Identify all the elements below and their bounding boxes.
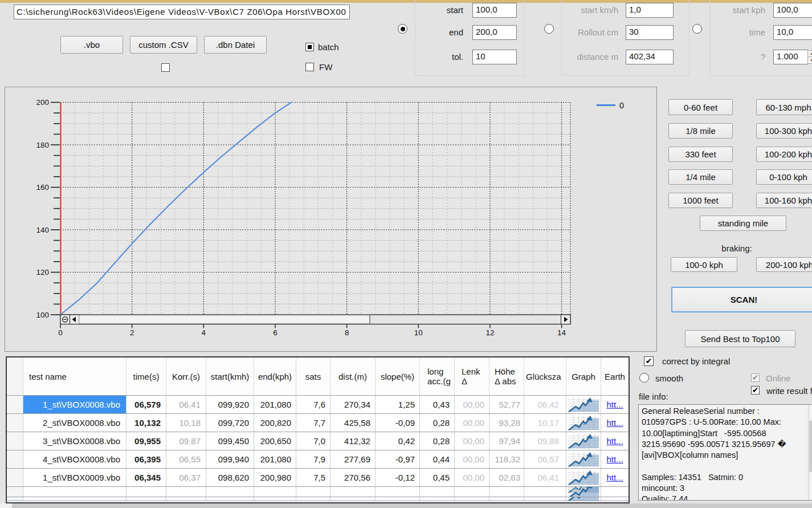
csv-option-checkbox[interactable] xyxy=(161,63,170,72)
cell-sats[interactable]: 7,5 xyxy=(296,469,330,486)
spinner-down-icon[interactable]: ▼ xyxy=(808,57,812,63)
cell-dist[interactable]: 277,69 xyxy=(330,450,376,468)
cell-gluecksza[interactable]: 10,17 xyxy=(524,414,566,432)
correct-by-integral-checkbox[interactable]: ✔ xyxy=(644,356,654,366)
scan-100-160-kph-button[interactable]: 100-160 kph xyxy=(756,193,812,208)
table-row[interactable]: 4_st\VBOX0008.vbo06,39506,55099,940201,0… xyxy=(7,450,629,469)
cell-graph[interactable] xyxy=(566,450,601,468)
table-empty-row[interactable] xyxy=(7,487,629,497)
cell-end[interactable]: 200,980 xyxy=(254,469,296,486)
cell-sats[interactable]: 7,6 xyxy=(296,396,330,413)
earth-link[interactable]: htt... xyxy=(601,414,629,432)
cell-slope[interactable]: -0,09 xyxy=(376,414,420,432)
header-test-name[interactable]: test name xyxy=(23,357,127,395)
earth-link[interactable]: htt... xyxy=(601,432,629,450)
scan-button[interactable]: SCAN! xyxy=(671,287,812,312)
cell-test-name[interactable]: 1_st\VBOX0008.vbo xyxy=(23,396,127,413)
header-korr[interactable]: Korr.(s) xyxy=(166,357,206,395)
range-speed-radio[interactable] xyxy=(398,24,407,34)
start-kmh-field[interactable]: 1,0 xyxy=(626,3,674,18)
rollout-cm-field[interactable]: 30 xyxy=(626,25,674,40)
cell-test-name[interactable]: 1_st\VBOX0009.vbo xyxy=(23,469,127,486)
speed-time-chart[interactable]: 100120140160180200002468101214 xyxy=(5,87,656,351)
factor-spinner[interactable]: ▲ ▼ xyxy=(807,50,812,64)
table-empty-row[interactable] xyxy=(7,497,629,501)
header-long-acc[interactable]: long acc.(g xyxy=(420,357,455,395)
header-start[interactable]: start(kmh) xyxy=(206,357,254,395)
smooth-radio[interactable] xyxy=(639,373,649,383)
scan-100-300-kph-button[interactable]: 100-300 kph xyxy=(756,123,812,139)
cell-slope[interactable]: 0,42 xyxy=(376,432,420,450)
cell-sats[interactable]: 7,0 xyxy=(296,432,330,450)
graph-thumbnail-icon[interactable] xyxy=(568,415,599,431)
cell-gluecksza[interactable]: 09,88 xyxy=(524,432,566,450)
graph-thumbnail-icon[interactable] xyxy=(568,497,599,501)
cell-long-acc[interactable]: 0,44 xyxy=(420,450,455,468)
cell-rowhdr[interactable] xyxy=(7,396,23,413)
cell-rowhdr[interactable] xyxy=(7,469,23,486)
cell-korr[interactable]: 09,87 xyxy=(166,432,206,450)
earth-link[interactable]: htt... xyxy=(601,469,629,486)
scan-0-100-kph-button[interactable]: 0-100 kph xyxy=(756,169,812,185)
cell-end[interactable]: 201,080 xyxy=(254,450,296,468)
file-path-input[interactable]: C:\sicherung\Rock63\Videos\Eigene Videos… xyxy=(14,5,350,19)
table-row[interactable]: 2_st\VBOX0008.vbo10,13210,18099,720200,8… xyxy=(7,414,629,432)
cell-long-acc[interactable]: 0,45 xyxy=(420,469,455,486)
start-field[interactable]: 100,0 xyxy=(472,3,517,18)
cell-lenk[interactable]: 00,00 xyxy=(455,469,489,486)
cell-rowhdr[interactable] xyxy=(7,414,23,432)
cell-slope[interactable]: -0,97 xyxy=(376,450,420,468)
graph-thumbnail-icon[interactable] xyxy=(568,433,599,449)
cell-slope[interactable]: 1,25 xyxy=(376,396,420,413)
cell-hoehe[interactable]: 52,77 xyxy=(489,396,524,413)
cell-lenk[interactable]: 00,00 xyxy=(455,432,489,450)
header-slope[interactable]: slope(%) xyxy=(376,357,420,395)
scan-0-60-feet-button[interactable]: 0-60 feet xyxy=(668,99,733,115)
header-end[interactable]: end(kph) xyxy=(254,357,296,395)
cell-lenk[interactable]: 00,00 xyxy=(455,396,489,413)
cell-sats[interactable]: 7,7 xyxy=(296,414,330,432)
cell-graph[interactable] xyxy=(566,414,601,432)
header-sats[interactable]: sats xyxy=(296,357,330,395)
distance-m-field[interactable]: 402,34 xyxy=(626,50,674,64)
file-info-scrollbar[interactable] xyxy=(808,405,812,500)
table-row[interactable]: 1_st\VBOX0009.vbo06,34506,37098,620200,9… xyxy=(7,469,629,487)
graph-thumbnail-icon[interactable] xyxy=(568,452,599,468)
cell-korr[interactable]: 06,41 xyxy=(166,396,206,413)
header-hoehe[interactable]: Höhe Δ abs xyxy=(489,357,524,395)
cell-start[interactable]: 099,720 xyxy=(206,414,254,432)
cell-time[interactable]: 09,955 xyxy=(127,432,166,450)
cell-lenk[interactable]: 00,00 xyxy=(455,414,489,432)
cell-gluecksza[interactable]: 06,57 xyxy=(524,450,566,468)
earth-link[interactable]: htt... xyxy=(601,396,629,413)
cell-start[interactable]: 099,920 xyxy=(206,396,254,413)
bottom-horizontal-scrollbar[interactable] xyxy=(0,503,812,508)
cell-start[interactable]: 099,450 xyxy=(206,432,254,450)
cell-start[interactable]: 099,940 xyxy=(206,450,254,468)
cell-test-name[interactable]: 2_st\VBOX0008.vbo xyxy=(23,414,127,432)
cell-rowhdr[interactable] xyxy=(7,432,23,450)
scrollbar-left-button[interactable] xyxy=(0,503,12,508)
cell-long-acc[interactable]: 0,28 xyxy=(420,432,455,450)
scan-100-0-kph-button[interactable]: 100-0 kph xyxy=(671,257,737,272)
custom-csv-button[interactable]: custom .CSV xyxy=(130,36,197,54)
cell-end[interactable]: 200,820 xyxy=(254,414,296,432)
header-time[interactable]: time(s) xyxy=(127,357,166,395)
cell-dist[interactable]: 270,56 xyxy=(330,469,376,486)
cell-korr[interactable]: 06,37 xyxy=(166,469,206,486)
cell-long-acc[interactable]: 0,43 xyxy=(420,396,455,413)
cell-graph[interactable] xyxy=(566,469,601,486)
cell-dist[interactable]: 412,32 xyxy=(330,432,376,450)
batch-checkbox[interactable] xyxy=(305,43,314,51)
table-row[interactable]: 3_st\VBOX0008.vbo09,95509,87099,450200,6… xyxy=(7,432,629,450)
cell-lenk[interactable]: 00,00 xyxy=(455,450,489,468)
scrollbar-thumb[interactable] xyxy=(809,421,812,472)
factor-field[interactable]: 1.000 xyxy=(773,50,808,64)
header-dist[interactable]: dist.(m) xyxy=(330,357,376,395)
cell-time[interactable]: 06,395 xyxy=(127,450,166,468)
file-info-box[interactable]: General ReleaseSerial number : 010597GPS… xyxy=(638,404,812,501)
cell-korr[interactable]: 10,18 xyxy=(166,414,206,432)
cell-end[interactable]: 201,080 xyxy=(254,396,296,413)
scan-standing-mile-button[interactable]: standing mile xyxy=(700,216,786,231)
cell-test-name[interactable]: 3_st\VBOX0008.vbo xyxy=(23,432,127,450)
